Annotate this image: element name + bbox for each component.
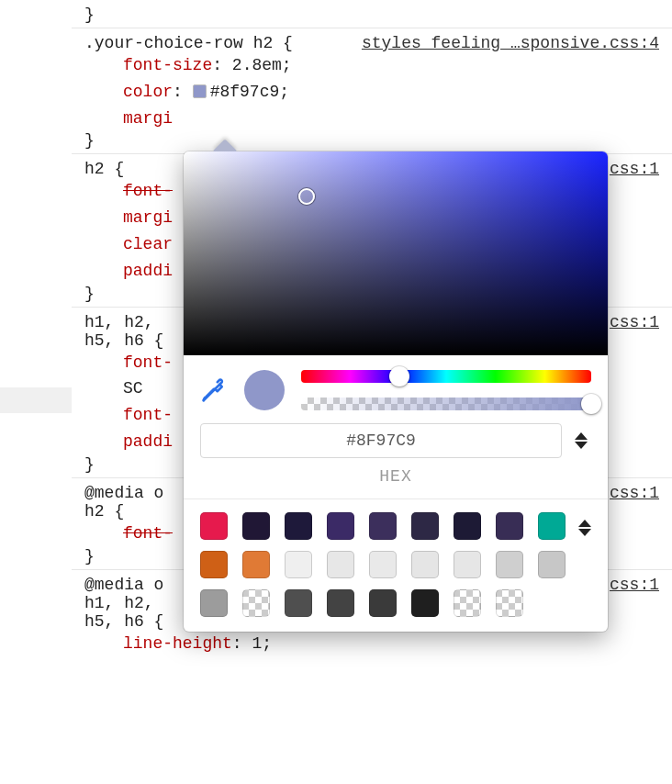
alpha-slider[interactable] [301,398,591,410]
palette-swatch[interactable] [285,551,312,578]
css-rule: } [72,0,672,28]
palette-grid [200,512,566,617]
gutter-highlight [0,387,72,413]
palette-swatch[interactable] [200,551,228,578]
source-link[interactable]: css:1 [610,160,659,178]
hex-row [184,423,608,467]
palette-swatch[interactable] [285,589,312,617]
palette-swatch[interactable] [200,512,228,540]
palette-swatch[interactable] [496,512,523,540]
close-brace: } [84,131,659,150]
source-link[interactable]: styles_feeling_…sponsive.css:4 [362,34,659,52]
palette-swatch[interactable] [496,551,523,578]
hue-thumb[interactable] [389,366,409,386]
alpha-thumb[interactable] [581,394,601,414]
palette-swatch[interactable] [327,589,354,617]
palette-swatch[interactable] [200,589,228,617]
hex-input[interactable] [200,423,562,458]
palette-swatch[interactable] [454,512,481,540]
palette-swatch[interactable] [538,512,566,540]
palette-swatch[interactable] [454,589,481,617]
palette-swatch[interactable] [538,551,566,578]
css-declaration[interactable]: line-height: 1; [123,631,659,657]
css-declaration[interactable]: color: #8f97c9; [123,79,659,106]
palette-swatch[interactable] [369,512,397,540]
palette-section [184,498,608,632]
source-link[interactable]: css:1 [610,576,659,594]
palette-swatch[interactable] [369,589,397,617]
palette-swatch[interactable] [454,551,481,578]
picker-body [184,355,608,423]
palette-swatch[interactable] [369,551,397,578]
palette-swatch[interactable] [327,512,354,540]
palette-swatch[interactable] [242,512,270,540]
palette-swatch[interactable] [327,551,354,578]
css-declaration[interactable]: font-size: 2.8em; [123,52,659,79]
palette-swatch[interactable] [411,512,439,540]
color-picker-popup: HEX [184,151,608,632]
css-rule: styles_feeling_…sponsive.css:4.your-choi… [72,28,672,153]
hue-slider[interactable] [301,370,591,383]
sv-cursor[interactable] [298,188,315,205]
css-declaration[interactable]: margi [123,106,659,132]
palette-swatch[interactable] [411,589,439,617]
eyedropper-icon[interactable] [200,376,228,404]
palette-swatch[interactable] [496,589,523,617]
close-brace: } [84,6,659,24]
palette-stepper[interactable] [578,512,595,543]
line-gutter [0,0,72,784]
source-link[interactable]: css:1 [610,484,659,502]
palette-swatch[interactable] [242,551,270,578]
color-preview-circle [244,370,285,410]
palette-swatch[interactable] [285,512,312,540]
format-stepper[interactable] [575,425,591,456]
sliders [301,370,591,410]
saturation-value-area[interactable] [184,151,608,355]
source-link[interactable]: css:1 [610,313,659,331]
palette-swatch[interactable] [242,589,270,617]
color-swatch[interactable] [193,84,207,98]
format-label: HEX [184,467,608,498]
palette-swatch[interactable] [411,551,439,578]
